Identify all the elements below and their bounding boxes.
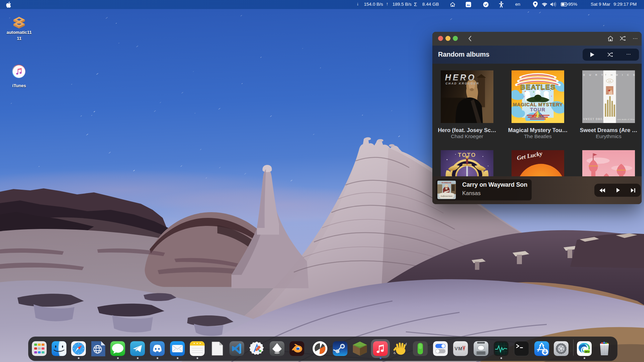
svg-text:SWEET DREAMS: SWEET DREAMS [583,118,610,121]
svg-text:DA: DA [608,80,611,82]
svg-text:DEV: DEV [584,350,589,353]
svg-text:Leftoverture: Leftoverture [440,195,453,197]
svg-text:CHAD KROEGER: CHAD KROEGER [445,82,479,85]
svg-text:MAGICAL MYSTERY: MAGICAL MYSTERY [513,102,563,107]
svg-text:KANSAS: KANSAS [442,182,451,184]
svg-text:TH: TH [605,73,617,76]
svg-text:HERO: HERO [445,73,476,82]
svg-text:TOTO: TOTO [458,152,476,158]
svg-text:«are made of this»: «are made of this» [617,118,635,120]
svg-text:M: M [458,346,463,351]
svg-text:EURY: EURY [583,73,607,76]
svg-text:V: V [454,346,458,351]
svg-text:BEATLES: BEATLES [520,83,555,91]
svg-text:MICS: MICS [616,73,635,76]
